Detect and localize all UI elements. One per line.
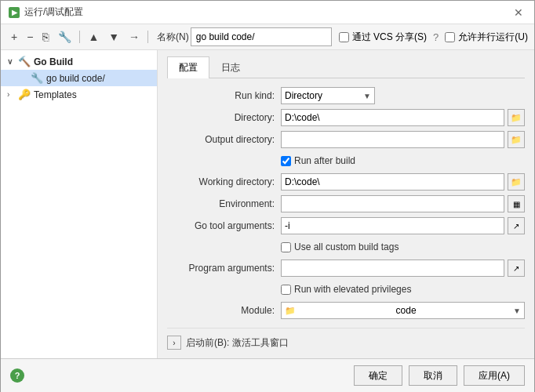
- toolbar: + − ⎘ 🔧 ▲ ▼ → 名称(N) 通过 VCS 分享(S) ? 允许并行运…: [1, 24, 534, 50]
- directory-input[interactable]: [281, 109, 504, 126]
- move-button[interactable]: →: [125, 28, 144, 45]
- dialog-title: 运行/调试配置: [24, 5, 83, 19]
- name-label: 名称(N): [157, 31, 189, 44]
- module-value: 📁 code ▼: [281, 302, 525, 319]
- custom-build-tags-label: Use all custom build tags: [294, 241, 399, 252]
- environment-value: ▦: [281, 195, 525, 212]
- templates-icon: 🔑: [18, 89, 31, 100]
- output-dir-row: Output directory: 📁: [167, 129, 525, 151]
- vcs-checkbox[interactable]: [339, 32, 349, 42]
- custom-build-tags-checkbox[interactable]: [281, 242, 291, 252]
- custom-build-tags-row: Use all custom build tags: [167, 237, 525, 257]
- run-after-build-label: Run after build: [294, 155, 355, 166]
- dialog: ▶ 运行/调试配置 ✕ + − ⎘ 🔧 ▲ ▼ → 名称(N) 通过 VCS 分…: [0, 0, 535, 392]
- app-icon: ▶: [9, 7, 20, 18]
- sidebar-item-go-build-code[interactable]: 🔧 go build code/: [1, 70, 157, 86]
- expand-header[interactable]: › 启动前(B): 激活工具窗口: [167, 333, 525, 352]
- title-bar-left: ▶ 运行/调试配置: [9, 5, 83, 19]
- right-panel: 配置 日志 Run kind: Directory ▼: [158, 50, 534, 358]
- module-label: Module:: [167, 305, 281, 316]
- environment-input[interactable]: [281, 195, 504, 212]
- toolbar-separator-2: [147, 31, 148, 43]
- go-build-code-icon: 🔧: [31, 72, 43, 84]
- elevated-value: Run with elevated privileges: [281, 282, 525, 296]
- copy-button[interactable]: ⎘: [38, 28, 53, 45]
- working-dir-row: Working directory: 📁: [167, 171, 525, 193]
- working-dir-input[interactable]: [281, 173, 504, 191]
- run-kind-row: Run kind: Directory ▼: [167, 85, 525, 107]
- title-bar: ▶ 运行/调试配置 ✕: [1, 1, 534, 24]
- tab-log[interactable]: 日志: [209, 56, 252, 78]
- main-content: ∨ 🔨 Go Build 🔧 go build code/ › 🔑 Templa…: [1, 50, 534, 358]
- run-after-build-row: Run after build: [167, 151, 525, 171]
- directory-label: Directory:: [167, 112, 281, 123]
- directory-value: 📁: [281, 109, 525, 126]
- vcs-group: 通过 VCS 分享(S): [339, 31, 427, 44]
- output-dir-label: Output directory:: [167, 134, 281, 145]
- parallel-group: 允许并行运行(U): [445, 31, 528, 44]
- go-tool-args-value: ↗: [281, 217, 525, 234]
- go-build-label: Go Build: [34, 56, 73, 67]
- run-kind-dropdown[interactable]: Directory ▼: [281, 87, 375, 104]
- module-dropdown[interactable]: 📁 code ▼: [281, 302, 525, 319]
- vcs-label: 通过 VCS 分享(S): [352, 31, 427, 44]
- chevron-go-build: ∨: [7, 57, 15, 66]
- close-button[interactable]: ✕: [511, 5, 526, 20]
- go-tool-args-input[interactable]: [281, 217, 504, 234]
- confirm-button[interactable]: 确定: [354, 365, 402, 386]
- program-args-label: Program arguments:: [167, 263, 281, 274]
- elevated-label: Run with elevated privileges: [294, 284, 411, 295]
- environment-btn[interactable]: ▦: [508, 195, 525, 212]
- name-input[interactable]: [191, 27, 332, 46]
- directory-row: Directory: 📁: [167, 107, 525, 129]
- program-args-expand-btn[interactable]: ↗: [508, 260, 525, 277]
- output-dir-folder-btn[interactable]: 📁: [508, 131, 525, 148]
- parallel-label: 允许并行运行(U): [458, 31, 528, 44]
- bottom-left: ?: [10, 368, 24, 383]
- working-dir-folder-btn[interactable]: 📁: [508, 173, 525, 191]
- up-button[interactable]: ▲: [84, 28, 103, 45]
- run-after-build-checkbox[interactable]: [281, 156, 291, 166]
- go-tool-args-expand-btn[interactable]: ↗: [508, 217, 525, 234]
- parallel-checkbox[interactable]: [445, 32, 455, 42]
- tab-config[interactable]: 配置: [167, 56, 209, 78]
- elevated-checkbox[interactable]: [281, 285, 291, 295]
- program-args-row: Program arguments: ↗: [167, 257, 525, 279]
- templates-label: Templates: [34, 89, 77, 100]
- go-build-icon: 🔨: [18, 56, 31, 67]
- bottom-right: 确定 取消 应用(A): [354, 365, 525, 386]
- module-row: Module: 📁 code ▼: [167, 299, 525, 321]
- help-button[interactable]: ?: [10, 368, 24, 383]
- toolbar-right: 通过 VCS 分享(S) ? 允许并行运行(U): [339, 31, 528, 44]
- run-after-build-value: Run after build: [281, 154, 525, 168]
- working-dir-label: Working directory:: [167, 176, 281, 187]
- help-icon-toolbar[interactable]: ?: [433, 31, 439, 43]
- module-selected: code: [396, 305, 417, 316]
- output-dir-input[interactable]: [281, 131, 504, 148]
- go-build-code-label: go build code/: [46, 73, 105, 84]
- custom-build-tags-value: Use all custom build tags: [281, 240, 525, 254]
- run-kind-arrow: ▼: [363, 92, 371, 100]
- down-button[interactable]: ▼: [104, 28, 123, 45]
- sidebar-item-templates[interactable]: › 🔑 Templates: [1, 86, 157, 103]
- custom-build-tags-group: Use all custom build tags: [281, 240, 399, 254]
- expand-label: 启动前(B): 激活工具窗口: [186, 336, 289, 350]
- run-after-build-group: Run after build: [281, 154, 355, 168]
- elevated-row: Run with elevated privileges: [167, 279, 525, 299]
- directory-folder-btn[interactable]: 📁: [508, 109, 525, 126]
- tabs: 配置 日志: [167, 56, 525, 78]
- sidebar-item-go-build[interactable]: ∨ 🔨 Go Build: [1, 53, 157, 70]
- elevated-group: Run with elevated privileges: [281, 282, 411, 296]
- run-kind-label: Run kind:: [167, 90, 281, 101]
- module-icon: 📁: [285, 306, 296, 316]
- add-button[interactable]: +: [7, 28, 21, 45]
- settings-button[interactable]: 🔧: [54, 28, 75, 45]
- remove-button[interactable]: −: [23, 28, 37, 45]
- apply-button[interactable]: 应用(A): [464, 365, 525, 386]
- cancel-button[interactable]: 取消: [409, 365, 457, 386]
- environment-label: Environment:: [167, 198, 281, 209]
- run-kind-selected: Directory: [285, 90, 322, 101]
- program-args-input[interactable]: [281, 260, 504, 277]
- toolbar-separator-1: [79, 31, 80, 43]
- run-kind-value: Directory ▼: [281, 87, 525, 104]
